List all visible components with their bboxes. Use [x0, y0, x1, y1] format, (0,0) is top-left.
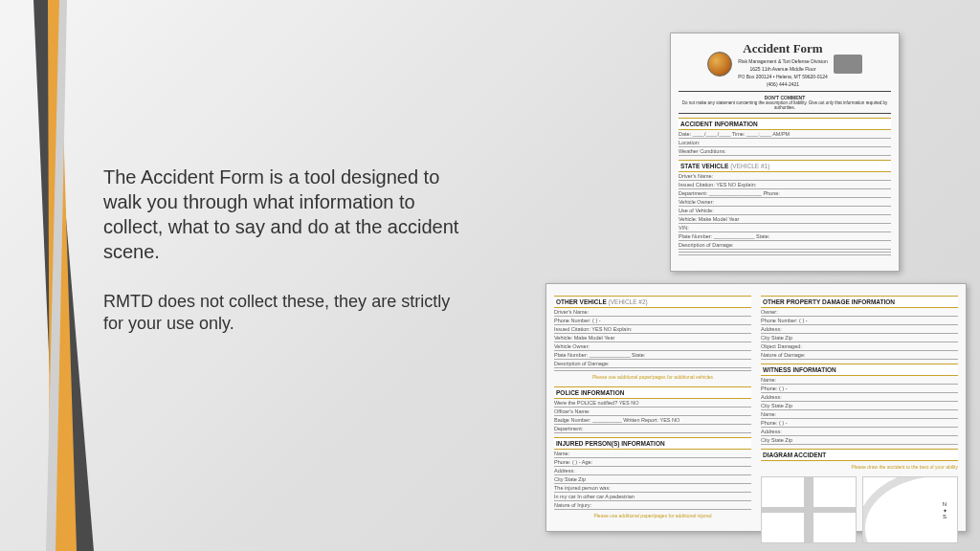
paragraph-1: The Accident Form is a tool designed to …: [103, 165, 467, 264]
section-state-vehicle: STATE VEHICLE (VEHICLE #1): [679, 160, 891, 172]
car-icon: [834, 55, 862, 74]
body-text: The Accident Form is a tool designed to …: [103, 165, 467, 336]
section-other-vehicle: OTHER VEHICLE (VEHICLE #2): [554, 296, 751, 308]
svg-marker-1: [48, 0, 77, 551]
compass-icon: N ✦ S: [935, 501, 954, 519]
intersection-icon: [761, 476, 857, 543]
form-title: Accident Form: [738, 41, 828, 56]
section-accident-info: ACCIDENT INFORMATION: [679, 118, 891, 130]
accident-form-page-1: Accident Form Risk Management & Tort Def…: [670, 33, 900, 272]
form-left-column: OTHER VEHICLE (VEHICLE #2) Driver's Name…: [554, 292, 751, 523]
section-property-damage: OTHER PROPERTY DAMAGE INFORMATION: [761, 296, 958, 308]
section-police-info: POLICE INFORMATION: [554, 386, 751, 399]
accident-form-page-2: OTHER VEHICLE (VEHICLE #2) Driver's Name…: [546, 283, 967, 532]
form-right-column: OTHER PROPERTY DAMAGE INFORMATION Owner:…: [761, 292, 958, 523]
svg-marker-0: [33, 0, 94, 551]
svg-marker-2: [46, 0, 67, 551]
section-injured-persons: INJURED PERSON(S) INFORMATION: [554, 437, 751, 450]
paragraph-2: RMTD does not collect these, they are st…: [103, 291, 467, 336]
warning-box: DON'T COMMENT Do not make any statement …: [679, 91, 891, 114]
diagram-area: [761, 476, 958, 543]
section-diagram: DIAGRAM ACCIDENT: [761, 449, 958, 461]
state-seal-icon: [707, 52, 732, 77]
section-witness-info: WITNESS INFORMATION: [761, 364, 958, 376]
accent-stripes: [0, 0, 96, 551]
